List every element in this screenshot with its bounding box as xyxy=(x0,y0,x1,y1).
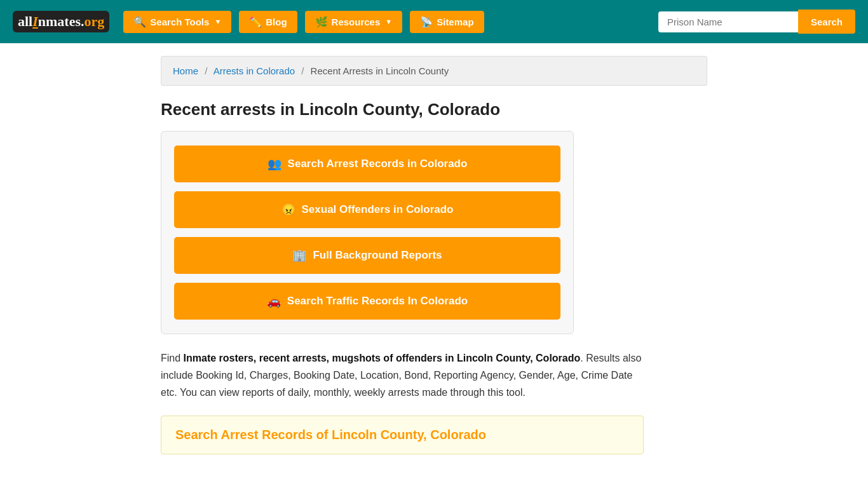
nav-search-tools[interactable]: 🔍 Search Tools ▼ xyxy=(123,11,231,33)
action-buttons-container: 👥 Search Arrest Records in Colorado 😠 Se… xyxy=(161,131,574,334)
nav-resources[interactable]: 🌿 Resources ▼ xyxy=(305,11,403,33)
page-title: Recent arrests in Lincoln County, Colora… xyxy=(161,100,707,119)
nav-blog[interactable]: ✏️ Blog xyxy=(239,11,297,33)
btn-background-reports[interactable]: 🏢 Full Background Reports xyxy=(174,237,560,274)
header-search-area: Search xyxy=(658,10,855,34)
nav-sitemap[interactable]: 📡 Sitemap xyxy=(410,11,484,33)
description: Find Inmate rosters, recent arrests, mug… xyxy=(161,349,644,402)
dropdown-arrow-2: ▼ xyxy=(385,18,392,25)
section-search-title: Search Arrest Records of Lincoln County,… xyxy=(175,428,629,442)
sitemap-icon: 📡 xyxy=(420,16,433,28)
logo-text: allInmates.org xyxy=(18,13,104,30)
arrest-btn-icon: 👥 xyxy=(268,157,281,171)
resources-icon: 🌿 xyxy=(315,16,328,28)
breadcrumb-sep-2: / xyxy=(301,65,304,76)
breadcrumb-arrests-colorado[interactable]: Arrests in Colorado xyxy=(214,65,295,76)
traffic-btn-icon: 🚗 xyxy=(267,294,281,308)
blog-icon: ✏️ xyxy=(249,16,262,28)
background-btn-icon: 🏢 xyxy=(292,248,306,262)
logo[interactable]: allInmates.org xyxy=(13,11,109,32)
btn-search-arrest[interactable]: 👥 Search Arrest Records in Colorado xyxy=(174,146,560,182)
breadcrumb: Home / Arrests in Colorado / Recent Arre… xyxy=(161,56,707,86)
breadcrumb-current: Recent Arrests in Lincoln County xyxy=(311,65,449,76)
breadcrumb-sep-1: / xyxy=(205,65,207,76)
btn-traffic-records[interactable]: 🚗 Search Traffic Records In Colorado xyxy=(174,283,560,320)
dropdown-arrow: ▼ xyxy=(214,18,221,25)
sexual-btn-icon: 😠 xyxy=(281,203,295,217)
prison-name-input[interactable] xyxy=(658,11,798,32)
header-search-button[interactable]: Search xyxy=(798,10,855,34)
breadcrumb-home[interactable]: Home xyxy=(173,65,198,76)
section-search-box: Search Arrest Records of Lincoln County,… xyxy=(161,416,644,454)
btn-sexual-offenders[interactable]: 😠 Sexual Offenders in Colorado xyxy=(174,191,560,228)
search-tools-icon: 🔍 xyxy=(133,16,146,28)
